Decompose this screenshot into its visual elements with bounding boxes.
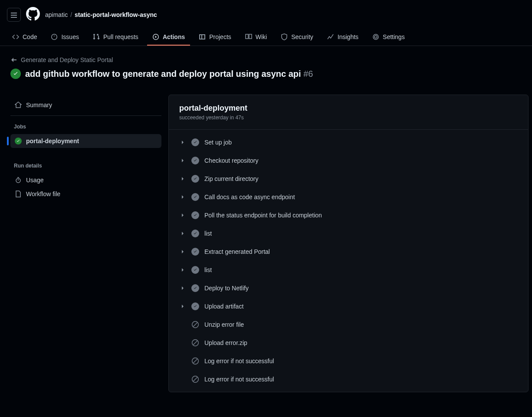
insights-icon [327, 33, 334, 40]
job-step[interactable]: Deploy to Netlify [169, 279, 528, 297]
hamburger-icon [10, 11, 17, 18]
file-icon [15, 190, 22, 197]
tab-security[interactable]: Security [276, 29, 319, 46]
page-title: add github workflow to generate and depl… [25, 69, 313, 79]
sidebar: Summary Jobs portal-deployment Run detai… [3, 95, 168, 392]
tab-label: Projects [209, 33, 231, 40]
tab-projects[interactable]: Projects [194, 29, 236, 46]
code-icon [12, 33, 19, 40]
arrow-left-icon [10, 56, 17, 63]
check-icon [191, 284, 199, 292]
gear-icon [372, 33, 379, 40]
issues-icon [51, 33, 58, 40]
check-icon [191, 157, 199, 164]
actions-icon [152, 33, 159, 40]
check-icon [191, 266, 199, 274]
step-label: Upload error.zip [204, 339, 247, 346]
step-label: Log error if not successful [204, 358, 274, 364]
tab-actions[interactable]: Actions [147, 29, 190, 46]
breadcrumb-separator: / [70, 11, 72, 18]
tab-label: Settings [383, 33, 405, 40]
job-step[interactable]: Checkout repository [169, 151, 528, 170]
check-icon [191, 175, 199, 183]
step-label: Call docs as code async endpoint [204, 194, 295, 200]
job-step[interactable]: Upload artifact [169, 297, 528, 315]
breadcrumb: apimatic / static-portal-workflow-async [45, 11, 157, 18]
back-link[interactable]: Generate and Deploy Static Portal [10, 56, 522, 63]
github-icon [26, 7, 40, 21]
skip-icon [191, 321, 199, 328]
skip-icon [191, 339, 199, 347]
step-label: Deploy to Netlify [204, 285, 249, 292]
check-icon [191, 302, 199, 310]
step-label: Extract generated Portal [204, 248, 270, 255]
sidebar-item-job[interactable]: portal-deployment [10, 134, 161, 148]
check-icon [191, 138, 199, 146]
back-link-label: Generate and Deploy Static Portal [21, 56, 113, 63]
pull-request-icon [93, 33, 100, 40]
job-header: portal-deployment succeeded yesterday in… [169, 95, 528, 130]
tab-pull-requests[interactable]: Pull requests [88, 29, 144, 46]
job-step[interactable]: Poll the status endpoint for build compl… [169, 206, 528, 224]
tab-label: Issues [61, 33, 79, 40]
breadcrumb-repo[interactable]: static-portal-workflow-async [75, 11, 157, 18]
job-step[interactable]: list [169, 261, 528, 279]
status-success-icon [15, 138, 22, 144]
job-step[interactable]: list [169, 224, 528, 243]
home-icon [15, 102, 22, 108]
check-icon [191, 248, 199, 256]
step-label: Poll the status endpoint for build compl… [204, 212, 322, 219]
repo-tabs: Code Issues Pull requests Actions Projec… [0, 29, 532, 46]
breadcrumb-owner[interactable]: apimatic [45, 11, 68, 18]
status-success-icon [10, 69, 21, 79]
page-heading: Generate and Deploy Static Portal add gi… [0, 46, 532, 84]
job-step: Log error if not successful [169, 370, 528, 388]
job-step: Upload error.zip [169, 334, 528, 352]
sidebar-item-label: portal-deployment [26, 138, 79, 144]
tab-label: Code [23, 33, 37, 40]
step-label: Log error if not successful [204, 376, 274, 383]
job-panel: portal-deployment succeeded yesterday in… [168, 95, 529, 392]
sidebar-item-workflow-file[interactable]: Workflow file [10, 187, 161, 201]
tab-label: Actions [163, 33, 185, 40]
global-header: apimatic / static-portal-workflow-async [0, 0, 532, 29]
job-title: portal-deployment [179, 104, 518, 113]
tab-label: Insights [338, 33, 358, 40]
tab-insights[interactable]: Insights [322, 29, 364, 46]
step-label: Unzip error file [204, 321, 244, 328]
step-label: Upload artifact [204, 303, 243, 310]
tab-issues[interactable]: Issues [46, 29, 84, 46]
tab-label: Wiki [256, 33, 267, 40]
step-label: list [204, 230, 212, 237]
stopwatch-icon [15, 177, 22, 184]
tab-settings[interactable]: Settings [367, 29, 410, 46]
step-label: list [204, 266, 212, 273]
run-title: add github workflow to generate and depl… [25, 69, 301, 79]
tab-wiki[interactable]: Wiki [240, 29, 272, 46]
sidebar-item-label: Usage [26, 177, 43, 184]
shield-icon [281, 33, 288, 40]
run-number: #6 [303, 69, 313, 79]
step-label: Checkout repository [204, 157, 259, 164]
step-label: Set up job [204, 139, 232, 146]
job-step[interactable]: Call docs as code async endpoint [169, 188, 528, 206]
run-title-row: add github workflow to generate and depl… [10, 69, 522, 79]
skip-icon [191, 375, 199, 383]
job-step[interactable]: Zip current directory [169, 170, 528, 188]
sidebar-item-summary[interactable]: Summary [10, 98, 161, 112]
job-step[interactable]: Extract generated Portal [169, 243, 528, 261]
github-logo[interactable] [26, 7, 40, 22]
job-step[interactable]: Set up job [169, 133, 528, 151]
sidebar-item-label: Summary [26, 102, 52, 108]
sidebar-item-usage[interactable]: Usage [10, 173, 161, 187]
job-subtitle: succeeded yesterday in 47s [179, 115, 518, 121]
sidebar-heading-run-details: Run details [10, 158, 161, 173]
wiki-icon [245, 33, 252, 40]
tab-code[interactable]: Code [7, 29, 42, 46]
tab-label: Security [291, 33, 313, 40]
skip-icon [191, 357, 199, 365]
job-step: Log error if not successful [169, 352, 528, 370]
check-icon [191, 211, 199, 219]
hamburger-menu-button[interactable] [7, 8, 21, 22]
sidebar-heading-jobs: Jobs [10, 119, 161, 134]
